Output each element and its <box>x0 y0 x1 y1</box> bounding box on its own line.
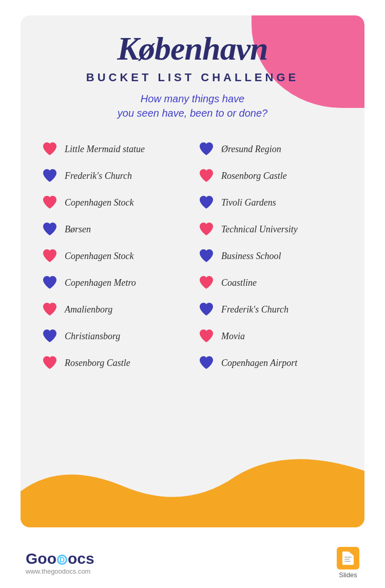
question-text: How many things have you seen have, been… <box>41 91 344 120</box>
list-item: Copenhagen Stock <box>41 189 187 216</box>
item-label: Copenhagen Airport <box>221 358 297 369</box>
heart-icon <box>41 327 59 345</box>
items-grid: Little Mermaid statue Øresund Region Fre… <box>41 136 344 392</box>
item-label: Rosenborg Castle <box>221 171 287 181</box>
heart-icon <box>41 167 59 185</box>
item-label: Movia <box>221 331 245 342</box>
goodocs-text: GooDocs <box>26 551 94 566</box>
footer: GooDocs www.thegoodocs.com Slides <box>0 538 385 588</box>
list-item: Tivoli Gardens <box>198 189 344 216</box>
card-content: København BUCKET LIST CHALLENGE How many… <box>21 15 364 402</box>
heart-icon <box>198 140 215 158</box>
list-item: Børsen <box>41 216 187 243</box>
heart-icon <box>41 140 59 158</box>
item-label: Rosenborg Castle <box>65 358 130 369</box>
item-label: Tivoli Gardens <box>221 197 276 208</box>
list-item: Movia <box>198 323 344 350</box>
page-title: København <box>41 31 344 67</box>
footer-slides: Slides <box>337 547 359 579</box>
list-item: Technical University <box>198 216 344 243</box>
footer-brand: GooDocs www.thegoodocs.com <box>26 551 94 575</box>
svg-rect-3 <box>344 557 352 558</box>
item-label: Øresund Region <box>221 144 281 155</box>
heart-icon <box>41 194 59 211</box>
item-label: Copenhagen Stock <box>65 251 133 262</box>
heart-icon <box>41 274 59 291</box>
list-item: Copenhagen Airport <box>198 350 344 376</box>
list-item: Coastline <box>198 269 344 296</box>
item-label: Amalienborg <box>65 304 112 315</box>
list-item: Frederik's Church <box>198 296 344 323</box>
heart-icon <box>198 327 215 345</box>
heart-icon <box>198 194 215 211</box>
heart-icon <box>198 220 215 238</box>
page-wrapper: København BUCKET LIST CHALLENGE How many… <box>0 0 385 588</box>
list-item: Rosenborg Castle <box>198 162 344 189</box>
main-card: København BUCKET LIST CHALLENGE How many… <box>21 15 364 527</box>
item-label: Technical University <box>221 224 298 235</box>
heart-icon <box>41 220 59 238</box>
list-item: Rosenborg Castle <box>41 350 187 376</box>
heart-icon <box>198 247 215 265</box>
svg-rect-4 <box>344 559 350 560</box>
list-item: Copenhagen Stock <box>41 243 187 269</box>
heart-icon <box>198 274 215 291</box>
heart-icon <box>41 247 59 265</box>
svg-rect-1 <box>342 552 350 565</box>
heart-icon <box>41 301 59 318</box>
item-label: Christiansborg <box>65 331 120 342</box>
svg-rect-5 <box>344 561 351 562</box>
item-label: Frederik's Church <box>65 171 132 181</box>
slides-label: Slides <box>339 571 357 579</box>
heart-icon <box>198 354 215 372</box>
goodocs-d-icon: D <box>57 555 67 565</box>
list-item: Copenhagen Metro <box>41 269 187 296</box>
goodocs-url: www.thegoodocs.com <box>26 567 94 575</box>
blob-bottom <box>21 445 364 527</box>
item-label: Little Mermaid statue <box>65 144 145 155</box>
list-item: Øresund Region <box>198 136 344 162</box>
goodocs-logo: GooDocs www.thegoodocs.com <box>26 551 94 575</box>
heart-icon <box>198 301 215 318</box>
subtitle: BUCKET LIST CHALLENGE <box>41 71 344 84</box>
list-item: Business School <box>198 243 344 269</box>
slides-icon <box>337 547 359 569</box>
list-item: Amalienborg <box>41 296 187 323</box>
heart-icon <box>198 167 215 185</box>
item-label: Børsen <box>65 224 91 235</box>
item-label: Coastline <box>221 278 257 288</box>
item-label: Frederik's Church <box>221 304 288 315</box>
item-label: Copenhagen Stock <box>65 197 133 208</box>
list-item: Little Mermaid statue <box>41 136 187 162</box>
heart-icon <box>41 354 59 372</box>
list-item: Christiansborg <box>41 323 187 350</box>
item-label: Business School <box>221 251 281 262</box>
item-label: Copenhagen Metro <box>65 278 136 288</box>
list-item: Frederik's Church <box>41 162 187 189</box>
